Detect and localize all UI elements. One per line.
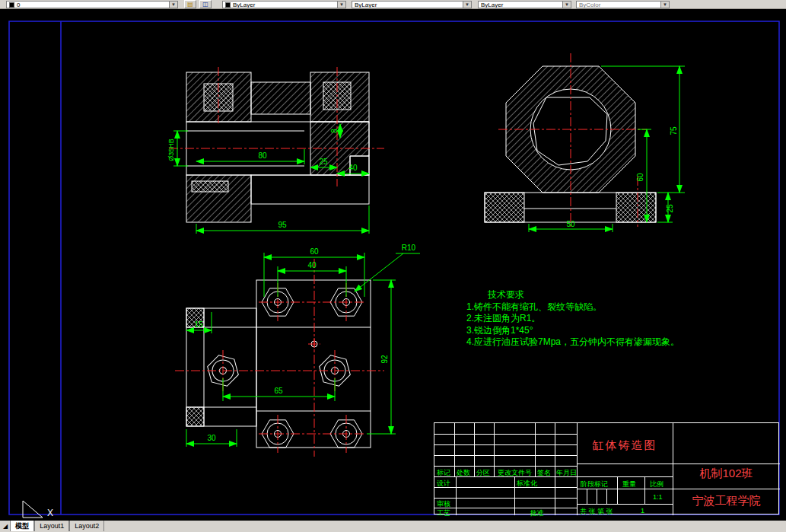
scale-label: 比例 (650, 479, 663, 489)
dimension-label: 95 (278, 221, 287, 229)
dimensions (186, 253, 420, 447)
dimension-label: R10 (402, 244, 416, 252)
layer-previous-icon: ◫ (202, 1, 208, 8)
sheet-info: 共 张 第 张 (580, 507, 613, 517)
process-label: 工艺 (437, 508, 450, 518)
chevron-down-icon[interactable]: ▼ (562, 2, 571, 8)
tech-req-line: 2.未注圆角为R1。 (466, 313, 679, 325)
approve-label: 批准 (530, 508, 544, 518)
tech-req-line: 4.应进行油压试验7Mpa，五分钟内不得有渗漏现象。 (466, 336, 679, 349)
make-layer-current-button[interactable]: ▤ (184, 0, 196, 8)
ucs-icon: X (23, 501, 53, 518)
col-label-date: 年月日 (556, 468, 577, 478)
dimension-label: 75 (670, 126, 678, 135)
title-block: 标记 处数 分区 更改文件号 签名 年月日 设计 标准化 审核 工艺 批准 阶段… (434, 422, 779, 514)
standardize-label: 标准化 (517, 479, 537, 489)
dimension-label: 40 (348, 164, 358, 172)
col-label-mark: 标记 (437, 468, 450, 478)
lineweight-combo-value: ByLayer (481, 2, 503, 8)
dimension-label: Ø35HB (167, 139, 175, 161)
dimension-label: 65 (274, 387, 283, 395)
tab-model[interactable]: 模型 (10, 521, 34, 531)
chevron-down-icon[interactable]: ▼ (337, 2, 345, 8)
cad-application-window: { "toolbar": { "layer_value": "0", "colo… (0, 0, 786, 532)
dimension-label: 80 (258, 151, 267, 160)
dimension-label: 25 (666, 204, 674, 213)
dimension-label: 25 (319, 158, 328, 166)
layer-previous-button[interactable]: ◫ (199, 0, 212, 8)
color-combo[interactable]: ByLayer ▼ (222, 1, 346, 8)
dimension-label: 8 (330, 129, 339, 133)
ucs-x-label: X (47, 508, 53, 518)
lineweight-combo[interactable]: ByLayer ▼ (478, 1, 571, 8)
plotstyle-combo[interactable]: ByColor ▼ (576, 1, 670, 8)
dimension-label: 60 (310, 247, 319, 256)
drawing-canvas[interactable]: 95 80 Ø35HB 25 40 8 (0, 9, 786, 521)
object-properties-toolbar: 0 ▼ ▤ ◫ ByLayer ▼ ByLayer ▼ ByLayer ▼ By… (0, 0, 786, 9)
current-color-swatch-icon (225, 2, 231, 8)
tech-req-line: 3.锐边倒角1*45° (466, 325, 679, 337)
drawing-title: 缸体铸造图 (577, 438, 673, 453)
design-label: 设计 (437, 479, 450, 489)
class-name: 机制102班 (673, 467, 780, 481)
stage-mark-label: 阶段标记 (581, 479, 608, 489)
chevron-down-icon[interactable]: ▼ (169, 2, 177, 8)
linetype-combo[interactable]: ByLayer ▼ (352, 1, 472, 8)
dimension-label: 15 (194, 320, 203, 329)
col-label-count: 处数 (457, 468, 470, 478)
layer-combo-value: 0 (17, 2, 20, 8)
layer-color-swatch-icon (9, 2, 14, 8)
dimension-label: 50 (566, 220, 575, 228)
tech-req-line: 1.铸件不能有缩孔、裂纹等缺陷。 (466, 301, 679, 314)
front-section-view: 95 80 Ø35HB 25 40 8 (167, 67, 384, 234)
col-label-signature: 签名 (537, 468, 551, 478)
tab-scroll-icon[interactable]: ◢ (3, 523, 8, 530)
layers-icon: ▤ (187, 1, 193, 8)
col-label-change-file: 更改文件号 (498, 468, 532, 478)
dimension-label: 40 (307, 261, 317, 269)
color-combo-value: ByLayer (233, 2, 255, 8)
tab-layout2[interactable]: Layout2 (69, 521, 104, 531)
chevron-down-icon[interactable]: ▼ (463, 2, 471, 8)
col-label-zone: 分区 (476, 468, 490, 478)
sheet-number: 1 (641, 507, 644, 514)
layer-combo[interactable]: 0 ▼ (6, 1, 178, 8)
side-view: 75 60 25 50 (485, 53, 685, 232)
tech-req-title: 技术要求 (488, 289, 679, 301)
tab-layout1[interactable]: Layout1 (34, 521, 69, 531)
chevron-down-icon[interactable]: ▼ (660, 2, 669, 8)
layout-tab-bar: ◢模型Layout1Layout2 (0, 521, 786, 532)
dimension-label: 92 (380, 355, 389, 364)
top-view: 60 40 R10 15 92 65 30 (175, 244, 420, 457)
dimension-label: 60 (636, 173, 644, 182)
linetype-combo-value: ByLayer (355, 2, 377, 8)
scale-value: 1:1 (653, 493, 663, 501)
plotstyle-combo-value: ByColor (579, 2, 600, 8)
weight-label: 重量 (622, 479, 636, 489)
technical-requirements: 技术要求 1.铸件不能有缩孔、裂纹等缺陷。 2.未注圆角为R1。 3.锐边倒角1… (466, 289, 679, 349)
school-name: 宁波工程学院 (673, 494, 780, 508)
dimension-label: 30 (207, 434, 216, 442)
